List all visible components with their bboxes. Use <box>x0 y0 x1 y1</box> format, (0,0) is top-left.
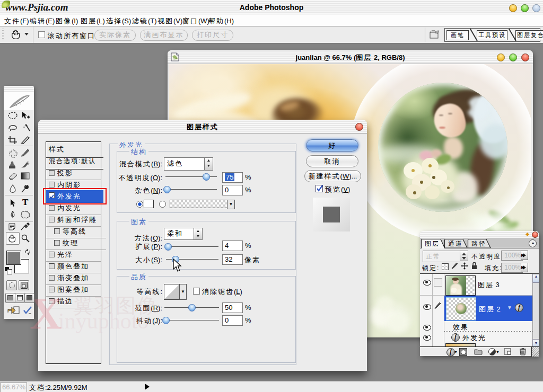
svg-text:T: T <box>22 197 29 207</box>
